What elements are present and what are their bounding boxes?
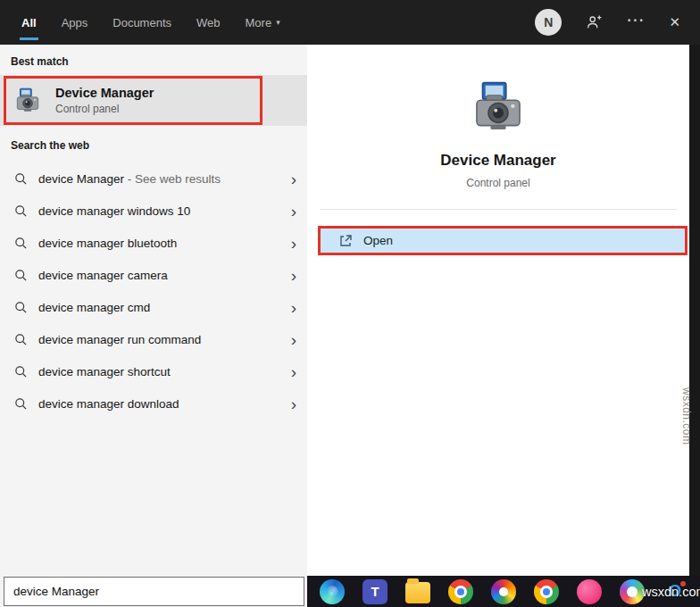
- best-match-result[interactable]: Device Manager Control panel: [0, 75, 307, 126]
- search-icon: [14, 301, 28, 314]
- best-match-subtitle: Control panel: [55, 103, 154, 115]
- tab-all[interactable]: All: [21, 0, 37, 45]
- user-icon[interactable]: [585, 13, 603, 31]
- suggestion-row[interactable]: device manager windows 10 ›: [0, 195, 307, 227]
- suggestion-label: device manager download: [38, 397, 179, 411]
- suggestion-label: device manager bluetooth: [38, 237, 177, 250]
- preview-panel: Device Manager Control panel Open: [307, 45, 689, 576]
- tab-all-label: All: [21, 16, 37, 29]
- suggestion-label: device manager camera: [38, 269, 168, 282]
- search-icon: [14, 269, 28, 282]
- chevron-right-icon[interactable]: ›: [291, 363, 296, 380]
- device-manager-icon: [12, 86, 43, 116]
- search-icon: [14, 365, 28, 378]
- suggestion-row[interactable]: device manager download ›: [0, 387, 307, 420]
- open-button[interactable]: Open: [318, 226, 688, 255]
- suggestion-row[interactable]: device manager shortcut ›: [0, 355, 307, 387]
- divider: [320, 209, 677, 210]
- taskbar: [307, 576, 700, 607]
- tab-more-label: More: [246, 16, 272, 29]
- device-manager-icon: [307, 45, 689, 139]
- topbar-actions: N ⋯ ✕: [535, 0, 700, 45]
- tab-more[interactable]: More ▾: [246, 0, 280, 45]
- tab-apps-label: Apps: [62, 16, 88, 29]
- suggestion-label: device manager shortcut: [38, 365, 171, 378]
- chevron-right-icon[interactable]: ›: [291, 299, 296, 316]
- chevron-right-icon[interactable]: ›: [291, 235, 296, 252]
- more-options-icon[interactable]: ⋯: [626, 11, 646, 34]
- chevron-right-icon[interactable]: ›: [291, 395, 296, 412]
- tab-web[interactable]: Web: [196, 0, 221, 45]
- taskbar-icon-edge[interactable]: [320, 579, 345, 604]
- preview-subtitle: Control panel: [307, 177, 689, 189]
- chevron-right-icon[interactable]: ›: [291, 170, 296, 187]
- open-icon: [338, 234, 353, 248]
- results-panel: Best match Device Manager Control panel: [0, 45, 307, 607]
- chevron-right-icon[interactable]: ›: [291, 331, 296, 348]
- suggestion-row[interactable]: device manager cmd ›: [0, 291, 307, 323]
- best-match-text: Device Manager Control panel: [55, 86, 154, 115]
- tab-apps[interactable]: Apps: [62, 0, 88, 45]
- windows-search-flyout: All Apps Documents Web More ▾ N: [0, 0, 700, 607]
- best-match-title: Device Manager: [55, 86, 154, 100]
- suggestion-row[interactable]: device Manager - See web results ›: [0, 162, 307, 195]
- taskbar-icon-chrome[interactable]: [448, 579, 473, 604]
- search-icon: [14, 397, 28, 411]
- suggestion-label: device manager run command: [38, 333, 201, 346]
- chevron-right-icon[interactable]: ›: [291, 203, 296, 220]
- suggestion-row[interactable]: device manager bluetooth ›: [0, 227, 307, 259]
- suggestion-label: device manager windows 10: [38, 204, 190, 218]
- suggestion-label: device Manager - See web results: [38, 172, 221, 186]
- close-icon[interactable]: ✕: [669, 14, 680, 30]
- search-icon: [14, 237, 28, 250]
- chevron-right-icon[interactable]: ›: [291, 267, 296, 284]
- avatar[interactable]: N: [535, 9, 562, 36]
- taskbar-icon-chrome-2[interactable]: [534, 579, 559, 604]
- taskbar-icon-pink-app[interactable]: [577, 579, 602, 604]
- search-web-heading: Search the web: [11, 139, 89, 152]
- background-strip: [689, 45, 700, 607]
- watermark-vertical: wsxdn.com: [680, 387, 693, 445]
- taskbar-icon-file-explorer[interactable]: [405, 582, 430, 603]
- search-icon: [14, 204, 28, 218]
- search-icon: [14, 172, 28, 186]
- search-input[interactable]: [4, 577, 304, 606]
- suggestion-row[interactable]: device manager camera ›: [0, 259, 307, 291]
- tab-documents-label: Documents: [112, 16, 171, 29]
- taskbar-icon-colorful-app[interactable]: [491, 579, 516, 604]
- search-filter-tabs: All Apps Documents Web More ▾: [0, 0, 280, 45]
- preview-title: Device Manager: [307, 152, 689, 170]
- open-label: Open: [363, 234, 393, 247]
- topbar: All Apps Documents Web More ▾ N: [0, 0, 700, 45]
- tab-web-label: Web: [196, 16, 221, 29]
- web-suggestion-list: device Manager - See web results › devic…: [0, 162, 307, 420]
- watermark-bottom: wsxdn.com: [642, 585, 700, 599]
- suggestion-row[interactable]: device manager run command ›: [0, 323, 307, 355]
- best-match-heading: Best match: [11, 55, 69, 68]
- taskbar-icon-paint[interactable]: [620, 579, 645, 604]
- tab-documents[interactable]: Documents: [112, 0, 171, 45]
- chevron-down-icon: ▾: [276, 18, 280, 27]
- taskbar-icon-teams[interactable]: [362, 579, 388, 604]
- suggestion-label: device manager cmd: [38, 301, 150, 314]
- search-icon: [14, 333, 28, 346]
